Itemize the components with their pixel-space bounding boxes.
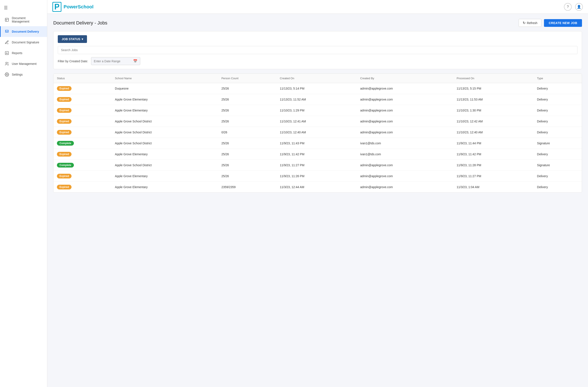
job-status-dropdown[interactable]: JOB STATUS ▾	[58, 35, 87, 43]
sidebar: ☰ Document Management Document Delivery …	[0, 0, 47, 387]
table-row[interactable]: Expired Apple Grove Elementary 25/26 11/…	[53, 171, 582, 182]
cell-type: Delivery	[534, 116, 582, 127]
cell-processed-on: 11/9/23, 11:42 PM	[453, 149, 533, 160]
cell-school-name: Apple Grove Elementary	[111, 105, 218, 116]
status-badge: Expired	[57, 119, 71, 124]
cell-processed-on: 11/13/23, 11:53 AM	[453, 94, 533, 105]
job-status-label: JOB STATUS	[62, 37, 80, 41]
table-row[interactable]: Complete Apple Grove School District 25/…	[53, 160, 582, 171]
cell-school-name: Apple Grove Elementary	[111, 149, 218, 160]
cell-school-name: Apple Grove School District	[111, 127, 218, 138]
logo-name-part2: School	[78, 4, 93, 9]
cell-created-by: admin@applegrove.com	[357, 171, 453, 182]
calendar-icon: 📅	[133, 59, 137, 63]
reports-icon	[4, 51, 9, 55]
date-filter-label: Filter by Created Date:	[58, 60, 88, 63]
logo-text: PowerSchool	[63, 4, 93, 10]
cell-status: Expired	[53, 105, 111, 116]
sidebar-item-document-delivery[interactable]: Document Delivery	[0, 26, 47, 37]
date-range-input[interactable]	[94, 60, 131, 63]
sidebar-item-label: Document Signature	[12, 41, 39, 44]
cell-status: Expired	[53, 83, 111, 94]
cell-person-count: 25/26	[218, 83, 276, 94]
sidebar-item-user-management[interactable]: User Management	[0, 58, 47, 69]
cell-school-name: Apple Grove Elementary	[111, 94, 218, 105]
cell-person-count: 25/26	[218, 171, 276, 182]
status-badge: Expired	[57, 97, 71, 102]
table-row[interactable]: Expired Apple Grove Elementary 25/26 11/…	[53, 105, 582, 116]
cell-created-on: 11/9/23, 11:43 PM	[276, 138, 357, 149]
status-badge: Expired	[57, 174, 71, 178]
cell-school-name: Apple Grove Elementary	[111, 171, 218, 182]
jobs-table: Status School Name Person Count Created …	[53, 74, 582, 193]
cell-type: Delivery	[534, 149, 582, 160]
table-row[interactable]: Complete Apple Grove School District 25/…	[53, 138, 582, 149]
cell-school-name: Apple Grove School District	[111, 160, 218, 171]
cell-created-by: admin@applegrove.com	[357, 105, 453, 116]
page-header: Document Delivery - Jobs ↻ Refresh CREAT…	[53, 19, 582, 27]
cell-processed-on: 11/9/23, 11:44 PM	[453, 138, 533, 149]
help-icon: ?	[567, 5, 569, 9]
cell-created-on: 11/3/23, 12:44 AM	[276, 182, 357, 193]
table-row[interactable]: Expired Apple Grove School District 0/26…	[53, 127, 582, 138]
date-input-wrap[interactable]: 📅	[91, 57, 140, 65]
col-person-count: Person Count	[218, 74, 276, 83]
col-status: Status	[53, 74, 111, 83]
sidebar-toggle[interactable]: ☰	[0, 2, 47, 13]
cell-created-on: 11/9/23, 11:27 PM	[276, 160, 357, 171]
cell-created-on: 11/10/23, 12:41 AM	[276, 116, 357, 127]
table-row[interactable]: Expired Apple Grove Elementary 2359/2359…	[53, 182, 582, 193]
table-row[interactable]: Expired Apple Grove Elementary 25/26 11/…	[53, 94, 582, 105]
cell-person-count: 25/26	[218, 116, 276, 127]
doc-management-icon	[4, 17, 9, 22]
cell-processed-on: 11/10/23, 1:30 PM	[453, 105, 533, 116]
menu-icon: ☰	[4, 5, 8, 10]
cell-created-by: admin@applegrove.com	[357, 116, 453, 127]
cell-school-name: Apple Grove School District	[111, 138, 218, 149]
sidebar-item-label: User Management	[12, 62, 37, 65]
cell-status: Expired	[53, 171, 111, 182]
cell-person-count: 25/26	[218, 160, 276, 171]
table-row[interactable]: Expired Apple Grove Elementary 25/26 11/…	[53, 149, 582, 160]
main-area: P PowerSchool ? 👤 Document Delivery - Jo…	[47, 0, 588, 387]
status-badge: Complete	[57, 163, 74, 168]
refresh-button[interactable]: ↻ Refresh	[519, 19, 541, 27]
account-button[interactable]: 👤	[575, 3, 583, 11]
col-processed-on: Processed On	[453, 74, 533, 83]
cell-status: Expired	[53, 127, 111, 138]
content-area: Document Delivery - Jobs ↻ Refresh CREAT…	[47, 14, 588, 387]
table-row[interactable]: Expired Duquesne 25/26 11/13/23, 5:14 PM…	[53, 83, 582, 94]
cell-type: Delivery	[534, 83, 582, 94]
create-new-job-button[interactable]: CREATE NEW JOB	[544, 19, 582, 27]
cell-school-name: Apple Grove Elementary	[111, 182, 218, 193]
sidebar-item-reports[interactable]: Reports	[0, 48, 47, 58]
status-badge: Expired	[57, 108, 71, 113]
sidebar-item-document-signature[interactable]: Document Signature	[0, 37, 47, 48]
status-badge: Expired	[57, 86, 71, 91]
logo-name-part1: Power	[63, 4, 78, 9]
sidebar-item-document-management[interactable]: Document Management	[0, 13, 47, 26]
search-input[interactable]	[58, 46, 577, 54]
jobs-table-container: Status School Name Person Count Created …	[53, 73, 582, 193]
help-button[interactable]: ?	[564, 3, 572, 11]
col-type: Type	[534, 74, 582, 83]
chevron-down-icon: ▾	[82, 37, 83, 41]
status-badge: Expired	[57, 130, 71, 135]
doc-delivery-icon	[4, 29, 9, 34]
logo-area: P PowerSchool	[52, 2, 564, 12]
cell-created-on: 11/10/23, 12:40 AM	[276, 127, 357, 138]
page-title: Document Delivery - Jobs	[53, 20, 516, 26]
cell-school-name: Duquesne	[111, 83, 218, 94]
svg-point-2	[6, 62, 7, 64]
table-header-row: Status School Name Person Count Created …	[53, 74, 582, 83]
cell-created-by: admin@applegrove.com	[357, 182, 453, 193]
cell-status: Expired	[53, 94, 111, 105]
table-row[interactable]: Expired Apple Grove School District 25/2…	[53, 116, 582, 127]
cell-type: Delivery	[534, 182, 582, 193]
cell-created-by: ivan1@tds.com	[357, 149, 453, 160]
cell-status: Expired	[53, 182, 111, 193]
cell-created-on: 11/9/23, 11:26 PM	[276, 171, 357, 182]
sidebar-item-label: Reports	[12, 51, 22, 55]
sidebar-item-settings[interactable]: Settings	[0, 69, 47, 80]
cell-created-by: admin@applegrove.com	[357, 160, 453, 171]
